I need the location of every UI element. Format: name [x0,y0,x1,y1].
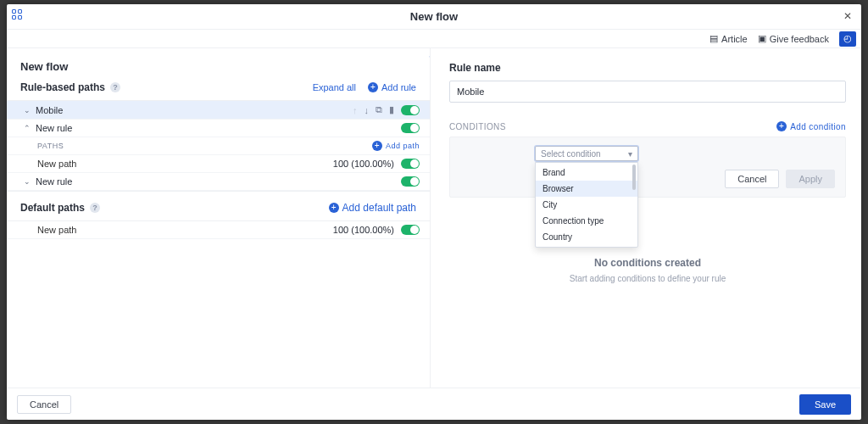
rule-based-label: Rule-based paths ? [20,81,120,93]
plus-icon: + [372,141,382,151]
rule-name-label: Rule name [449,62,846,74]
modal-title: New flow [410,10,458,23]
condition-apply-button[interactable]: Apply [786,170,835,188]
help-dot-icon[interactable]: ? [110,82,120,92]
option-city[interactable]: City [536,197,637,213]
empty-state: No conditions created Start adding condi… [449,257,846,283]
chevron-down-icon: ⌄ [24,106,31,114]
scrollbar-thumb[interactable] [632,165,636,190]
condition-options: Brand Browser City Connection type Count… [535,162,638,248]
rule-based-header: Rule-based paths ? Expand all +Add rule [7,81,430,101]
footer-save-button[interactable]: Save [799,394,851,415]
path-toggle[interactable] [401,225,420,235]
close-icon[interactable]: ✕ [841,9,854,23]
rule-row[interactable]: ⌃New rule [7,120,430,137]
doc-icon: ▤ [709,33,718,44]
add-rule-link[interactable]: +Add rule [368,82,416,92]
default-path-row[interactable]: New path 100 (100.00%) [7,221,430,239]
empty-title: No conditions created [449,257,846,269]
condition-panel: Select condition ▾ Brand Browser City Co… [449,137,846,198]
move-down-icon[interactable]: ↓ [364,105,370,115]
feedback-link[interactable]: ▣Give feedback [758,33,829,44]
footer: Cancel Save [7,388,861,420]
conditions-header: CONDITIONS +Add condition [449,121,846,131]
option-browser[interactable]: Browser [536,181,637,197]
flow-heading: New flow [7,48,430,81]
left-panel: ⇠⇢ New flow Rule-based paths ? Expand al… [7,48,431,388]
option-country[interactable]: Country [536,229,637,245]
plus-icon: + [329,203,339,213]
default-paths-header: Default paths? +Add default path [7,191,430,221]
content: ⇠⇢ New flow Rule-based paths ? Expand al… [7,48,861,388]
modal-header: New flow ✕ [7,4,861,30]
paths-subheader: PATHS +Add path [7,137,430,155]
article-link[interactable]: ▤Article [709,33,748,44]
delete-icon[interactable]: ▮ [389,104,394,115]
path-row[interactable]: New path 100 (100.00%) [7,155,430,173]
add-path-link[interactable]: +Add path [372,141,420,151]
toolbar: ▤Article ▣Give feedback ◴ [7,30,861,48]
collapse-icon[interactable] [12,9,24,20]
chat-icon: ▣ [758,33,766,44]
move-up-icon[interactable]: ↑ [353,105,358,115]
rule-row[interactable]: ⌄New rule [7,173,430,191]
help-dot-icon[interactable]: ? [90,203,100,213]
rule-name-input[interactable] [449,81,846,103]
footer-cancel-button[interactable]: Cancel [17,395,71,414]
rule-toggle[interactable] [401,105,420,115]
chevron-up-icon: ⌃ [24,124,31,132]
expand-all-link[interactable]: Expand all [313,82,356,92]
right-panel: Rule name CONDITIONS +Add condition Sele… [431,48,861,388]
rule-toggle[interactable] [401,176,420,187]
rule-toggle[interactable] [401,123,420,133]
condition-cancel-button[interactable]: Cancel [725,170,779,188]
new-flow-modal: New flow ✕ ▤Article ▣Give feedback ◴ ⇠⇢ … [7,4,861,420]
plus-icon: + [368,82,378,92]
chevron-down-icon: ⌄ [24,177,31,186]
condition-select[interactable]: Select condition ▾ [535,146,638,161]
help-icon[interactable]: ◴ [839,31,856,47]
add-default-path-link[interactable]: +Add default path [329,202,416,214]
rule-row-mobile[interactable]: ⌄Mobile ↑ ↓ ⧉ ▮ [7,101,430,120]
option-brand[interactable]: Brand [536,165,637,181]
copy-icon[interactable]: ⧉ [376,104,382,115]
caret-down-icon: ▾ [628,149,632,159]
empty-subtitle: Start adding conditions to define your r… [449,274,846,283]
path-toggle[interactable] [401,159,420,169]
option-connection-type[interactable]: Connection type [536,213,637,229]
add-condition-link[interactable]: +Add condition [776,121,846,131]
plus-icon: + [776,121,787,131]
